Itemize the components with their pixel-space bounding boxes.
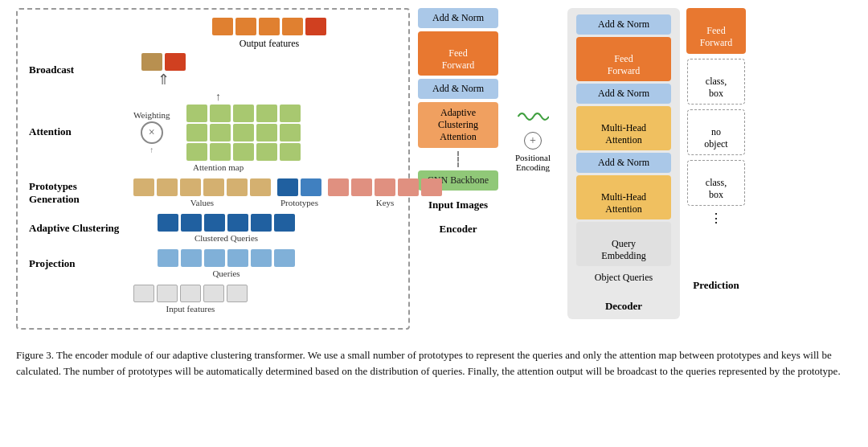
positional-encoding-label: Positional Encoding (515, 153, 551, 172)
pred-feed-forward: Feed Forward (686, 8, 746, 54)
broadcast-label: Broadcast (29, 64, 133, 76)
diagram-container: Output features Broadcast ⇑ Attention We… (16, 8, 852, 330)
attention-label: Attention (29, 125, 133, 138)
left-panel: Output features Broadcast ⇑ Attention We… (16, 8, 410, 330)
multiply-circle: × (141, 121, 163, 144)
values-label: Values (190, 198, 214, 207)
decoder-add-norm2: Add & Norm (576, 84, 671, 104)
decoder-add-norm1: Add & Norm (576, 14, 671, 35)
encoder-col-label: Encoder (440, 223, 477, 236)
attention-map-label: Attention map (186, 162, 251, 172)
clustered-queries-label: Clustered Queries (194, 233, 258, 243)
wave-icon (517, 105, 549, 129)
plus-circle: + (524, 132, 542, 150)
object-queries-label: Object Queries (595, 272, 653, 284)
pred-col-label: Prediction (693, 279, 739, 292)
encoder-feed-forward: Feed Forward (418, 31, 498, 76)
decoder-query-embedding: Query Embedding (576, 222, 671, 266)
weighting-label: Weighting (133, 110, 170, 120)
decoder-col-label: Decoder (605, 300, 642, 313)
adaptive-clustering-label: Adaptive Clustering (29, 222, 133, 235)
encoder-add-norm: Add & Norm (418, 8, 498, 28)
decoder-add-norm3: Add & Norm (576, 153, 671, 173)
projection-label: Projection (29, 257, 133, 270)
right-panel: Add & Norm Feed Forward Add & Norm Adapt… (418, 8, 852, 319)
prototypes-generation-label: Prototypes Generation (29, 180, 133, 206)
input-features-label: Input features (166, 304, 215, 314)
figure-caption: Figure 3. The encoder module of our adap… (16, 342, 852, 379)
decoder-multihead2: Multi-Head Attention (576, 175, 671, 219)
prototypes-label: Prototypes (280, 198, 318, 207)
keys-label: Keys (376, 198, 395, 207)
pred-class-box2: class, box (687, 160, 745, 206)
decoder-feed-forward: Feed Forward (576, 37, 671, 81)
decoder-multihead1: Multi-Head Attention (576, 106, 671, 150)
pred-dots: ⋮ (710, 211, 723, 226)
encoder-add-norm2: Add & Norm (418, 79, 498, 99)
queries-label: Queries (212, 269, 240, 278)
pred-no-object: no object (687, 109, 745, 155)
pred-class-box1: class, box (687, 59, 745, 105)
output-features-label: Output features (240, 38, 299, 50)
encoder-adaptive-clustering: Adaptive Clustering Attention (418, 102, 498, 148)
